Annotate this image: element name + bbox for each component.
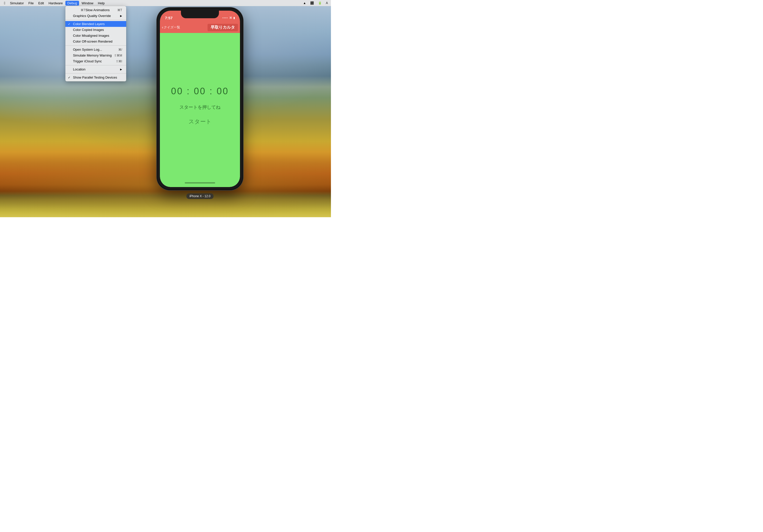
menubar-edit[interactable]: Edit xyxy=(36,1,46,6)
slow-animations-key: ⌘T xyxy=(117,8,122,12)
menu-trigger-icloud[interactable]: Trigger iCloud Sync ⇧⌘I xyxy=(65,58,126,64)
menu-location[interactable]: Location ▶ xyxy=(65,66,126,72)
timer-display: 00 : 00 : 00 xyxy=(171,86,229,97)
debug-dropdown-menu: ⌘T Slow Animations ⌘T Graphics Quality O… xyxy=(65,6,126,81)
show-parallel-label: Show Parallel Testing Devices xyxy=(73,75,117,79)
color-misaligned-label: Color Misaligned Images xyxy=(73,34,109,38)
nav-bar: ‹ クイズ一覧 早取りカルタ xyxy=(160,22,240,33)
instruction-text: スタートを押してね xyxy=(179,104,220,110)
menu-color-copied[interactable]: Color Copied Images xyxy=(65,27,126,33)
phone-outer-case: 7:57 •••• ⌘ ▮ ‹ クイズ一覧 早取りカルタ xyxy=(157,8,243,190)
simulate-memory-label: Simulate Memory Warning xyxy=(73,53,112,57)
slow-animations-label: Slow Animations xyxy=(85,8,109,12)
home-indicator xyxy=(160,178,240,187)
color-copied-label: Color Copied Images xyxy=(73,28,104,32)
graphics-quality-arrow: ▶ xyxy=(120,14,122,17)
graphics-quality-label: Graphics Quality Override xyxy=(73,14,111,18)
apple-menu[interactable]:  xyxy=(2,1,7,6)
app-content: 00 : 00 : 00 スタートを押してね スタート xyxy=(160,33,240,178)
slow-animations-shortcut: ⌘T xyxy=(80,8,85,12)
menu-color-offscreen[interactable]: Color Off-screen Rendered xyxy=(65,39,126,44)
menubar-help[interactable]: Help xyxy=(96,1,107,6)
nav-back-button[interactable]: ‹ クイズ一覧 xyxy=(162,25,180,30)
wifi-status-icon: ⌘ xyxy=(229,16,232,20)
open-syslog-label: Open System Log... xyxy=(73,48,102,52)
phone-screen: 7:57 •••• ⌘ ▮ ‹ クイズ一覧 早取りカルタ xyxy=(160,11,240,187)
menubar-hardware[interactable]: Hardware xyxy=(47,1,64,6)
menubar-window[interactable]: Window xyxy=(79,1,95,6)
home-bar xyxy=(185,182,215,183)
nav-back-label: クイズ一覧 xyxy=(164,25,180,30)
color-offscreen-label: Color Off-screen Rendered xyxy=(73,40,113,43)
start-button[interactable]: スタート xyxy=(188,118,212,126)
location-label: Location xyxy=(73,67,85,71)
show-parallel-check: ✓ xyxy=(68,76,70,79)
menu-simulate-memory[interactable]: Simulate Memory Warning ⇧⌘M xyxy=(65,53,126,58)
status-time: 7:57 xyxy=(165,16,172,20)
menu-extras: A xyxy=(325,1,329,5)
phone-notch xyxy=(181,11,219,18)
color-blended-label: Color Blended Layers xyxy=(73,22,105,26)
simulate-memory-key: ⇧⌘M xyxy=(114,54,122,57)
battery-status-icon: ▮ xyxy=(233,16,235,20)
device-label: iPhone X - 12.0 xyxy=(186,193,214,199)
status-right-icons: •••• ⌘ ▮ xyxy=(223,16,235,20)
trigger-icloud-label: Trigger iCloud Sync xyxy=(73,59,102,63)
menubar-debug[interactable]: Debug xyxy=(65,1,79,6)
signal-dots: •••• xyxy=(223,17,228,19)
menu-color-blended[interactable]: ✓ Color Blended Layers xyxy=(65,21,126,27)
phone-inner: 7:57 •••• ⌘ ▮ ‹ クイズ一覧 早取りカルタ xyxy=(160,11,240,187)
menu-separator-4 xyxy=(65,73,126,73)
menubar-left:  Simulator File Edit Hardware Debug Win… xyxy=(2,1,107,6)
wifi-icon: ▲ xyxy=(302,1,307,5)
menubar-right: ▲ ⬛ 🔋 A xyxy=(302,1,329,5)
menu-separator-3 xyxy=(65,65,126,65)
battery-icon: 🔋 xyxy=(317,1,323,5)
nav-title: 早取りカルタ xyxy=(208,24,238,31)
color-blended-check: ✓ xyxy=(68,22,70,26)
menubar:  Simulator File Edit Hardware Debug Win… xyxy=(0,0,331,6)
airplay-icon: ⬛ xyxy=(309,1,315,5)
trigger-icloud-key: ⇧⌘I xyxy=(116,59,122,63)
menu-color-misaligned[interactable]: Color Misaligned Images xyxy=(65,33,126,39)
back-chevron-icon: ‹ xyxy=(162,25,163,30)
menubar-file[interactable]: File xyxy=(26,1,36,6)
open-syslog-key: ⌘/ xyxy=(118,48,122,52)
menubar-simulator[interactable]: Simulator xyxy=(8,1,26,6)
menu-open-syslog[interactable]: Open System Log... ⌘/ xyxy=(65,47,126,53)
menu-graphics-quality[interactable]: Graphics Quality Override ▶ xyxy=(65,13,126,19)
phone-container: 7:57 •••• ⌘ ▮ ‹ クイズ一覧 早取りカルタ xyxy=(157,8,243,190)
location-arrow: ▶ xyxy=(120,68,122,71)
menu-show-parallel[interactable]: ✓ Show Parallel Testing Devices xyxy=(65,74,126,80)
menu-slow-animations[interactable]: ⌘T Slow Animations ⌘T xyxy=(65,7,126,13)
menu-separator-1 xyxy=(65,20,126,20)
